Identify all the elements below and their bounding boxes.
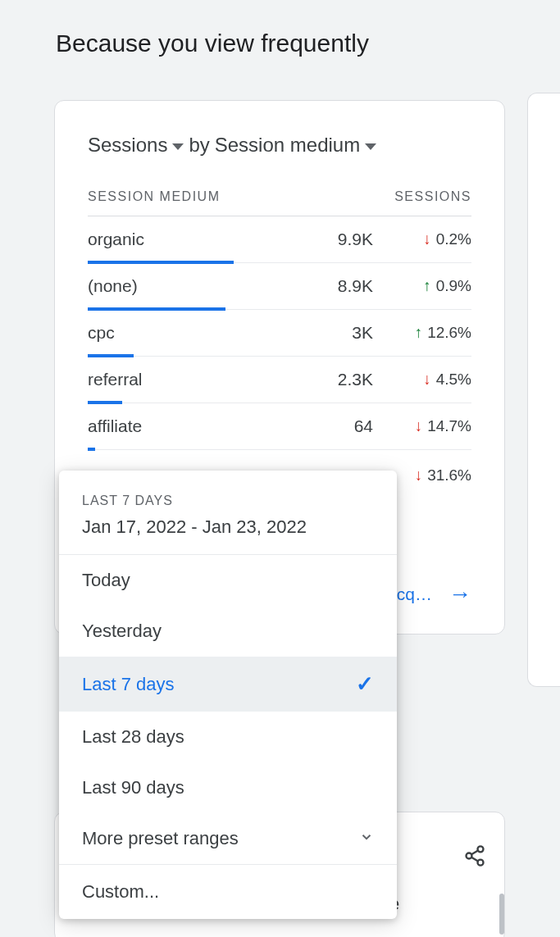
table-row[interactable]: cpc3K↑12.6% [88, 310, 471, 357]
date-option-today[interactable]: Today [59, 555, 397, 606]
delta-value: 4.5% [436, 371, 471, 389]
date-range-header: LAST 7 DAYS Jan 17, 2022 - Jan 23, 2022 [59, 471, 397, 555]
delta: ↑12.6% [373, 324, 471, 355]
date-option-last-90-days[interactable]: Last 90 days [59, 762, 397, 813]
sessions-value: 64 [299, 416, 373, 449]
dimension-dropdown-label: Session medium [215, 134, 360, 157]
metric-dropdown-label: Sessions [88, 134, 167, 157]
table-header: SESSION MEDIUM SESSIONS [88, 189, 471, 216]
date-option-custom[interactable]: Custom... [59, 864, 397, 919]
caret-down-icon [365, 143, 376, 150]
dimension-dropdown[interactable]: Session medium [215, 134, 376, 157]
delta-value: 0.9% [436, 277, 471, 295]
medium-label: organic [88, 230, 299, 262]
date-range-popup: LAST 7 DAYS Jan 17, 2022 - Jan 23, 2022 … [59, 471, 397, 919]
delta: ↓4.5% [373, 371, 471, 402]
arrow-down-icon: ↓ [415, 466, 423, 484]
hidden-row-delta: ↓ 31.6% [415, 466, 471, 484]
col-session-medium: SESSION MEDIUM [88, 189, 220, 204]
table-row[interactable]: (none)8.9K↑0.9% [88, 263, 471, 310]
delta-value: 14.7% [427, 417, 471, 435]
medium-label: affiliate [88, 416, 299, 449]
dimension-prefix: by [189, 134, 209, 157]
bar-indicator [88, 448, 95, 451]
check-icon: ✓ [356, 671, 374, 697]
delta: ↓14.7% [373, 417, 471, 448]
delta-value: 12.6% [427, 324, 471, 342]
view-report-link[interactable]: cq… [397, 584, 432, 604]
date-option-last-7-days[interactable]: Last 7 days ✓ [59, 657, 397, 712]
medium-label: cpc [88, 323, 299, 356]
delta-value: 0.2% [436, 230, 471, 248]
caret-down-icon [172, 143, 184, 150]
date-range-header-label: LAST 7 DAYS [82, 494, 374, 508]
date-option-yesterday[interactable]: Yesterday [59, 606, 397, 657]
card-header-dropdowns: Sessions by Session medium [88, 134, 471, 157]
arrow-right-icon[interactable]: → [448, 581, 471, 607]
date-option-label: More preset ranges [82, 828, 239, 849]
next-card-peek [527, 93, 560, 687]
scrollbar[interactable] [499, 894, 504, 935]
delta: ↓0.2% [373, 230, 471, 262]
arrow-up-icon: ↑ [415, 324, 423, 342]
arrow-down-icon: ↓ [415, 417, 423, 435]
table-row[interactable]: organic9.9K↓0.2% [88, 216, 471, 263]
svg-point-2 [478, 860, 484, 866]
hidden-row-delta-value: 31.6% [427, 466, 471, 484]
svg-line-4 [471, 851, 478, 855]
sessions-value: 3K [299, 323, 373, 356]
date-option-last-28-days[interactable]: Last 28 days [59, 712, 397, 762]
medium-label: (none) [88, 276, 299, 309]
arrow-down-icon: ↓ [423, 371, 431, 389]
sessions-value: 2.3K [299, 370, 373, 403]
date-option-more-presets[interactable]: More preset ranges [59, 813, 397, 864]
page-title: Because you view frequently [0, 0, 560, 57]
arrow-up-icon: ↑ [423, 277, 431, 295]
chevron-down-icon [359, 830, 374, 848]
svg-point-0 [478, 846, 484, 852]
share-icon[interactable] [463, 844, 486, 873]
sessions-value: 8.9K [299, 276, 373, 309]
table-row[interactable]: referral2.3K↓4.5% [88, 357, 471, 403]
table-row[interactable]: affiliate64↓14.7% [88, 403, 471, 450]
col-sessions: SESSIONS [394, 189, 471, 204]
metric-dropdown[interactable]: Sessions [88, 134, 184, 157]
sessions-value: 9.9K [299, 230, 373, 262]
arrow-down-icon: ↓ [423, 230, 431, 248]
date-range-header-range: Jan 17, 2022 - Jan 23, 2022 [82, 516, 374, 538]
svg-line-3 [471, 857, 478, 862]
date-option-label: Last 7 days [82, 674, 175, 695]
medium-label: referral [88, 370, 299, 403]
svg-point-1 [467, 853, 472, 859]
delta: ↑0.9% [373, 277, 471, 308]
